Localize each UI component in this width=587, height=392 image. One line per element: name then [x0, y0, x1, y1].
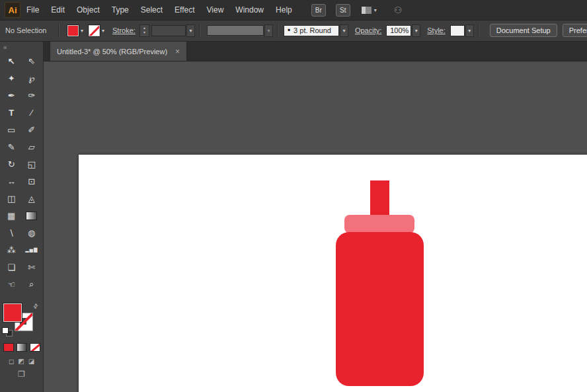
width-tool[interactable]: ↔ — [1, 173, 22, 190]
free-transform-tool[interactable]: ⊡ — [22, 173, 42, 190]
magic-wand-tool[interactable]: ✦ — [1, 69, 22, 87]
draw-behind-button[interactable]: ◩ — [18, 358, 24, 365]
default-fill-stroke-icon[interactable] — [2, 327, 13, 336]
paintbrush-tool[interactable]: ✐ — [22, 121, 42, 138]
style-label[interactable]: Style: — [427, 26, 446, 34]
fill-swatch[interactable] — [3, 303, 22, 322]
type-tool[interactable]: T — [1, 104, 22, 121]
bottle-neck-shape[interactable] — [370, 180, 389, 219]
hand-tool[interactable]: ☜ — [1, 276, 22, 293]
menu-view[interactable]: View — [201, 0, 230, 20]
workspace-switcher[interactable]: ▾ — [361, 6, 377, 15]
collapse-panel-icon[interactable]: « — [3, 44, 7, 51]
brush-preview-dot: • — [288, 26, 290, 35]
swap-fill-stroke-icon[interactable]: ⇄ — [32, 302, 40, 310]
document-tab-bar: Untitled-3* @ 50% (RGB/Preview) × — [43, 42, 587, 61]
sync-icon[interactable]: ⚇ — [394, 5, 403, 15]
fill-color-swatch[interactable] — [67, 25, 79, 36]
menu-type[interactable]: Type — [106, 0, 135, 20]
blend-tool[interactable]: ◍ — [22, 224, 42, 241]
menu-select[interactable]: Select — [135, 0, 169, 20]
workspace-icon — [361, 6, 372, 15]
symbol-sprayer-tool[interactable]: ⁂ — [1, 241, 22, 258]
curvature-tool[interactable]: ✑ — [22, 87, 42, 104]
bridge-button[interactable]: Br — [311, 4, 326, 17]
gradient-tool-icon — [26, 212, 37, 220]
appearance-buttons — [0, 343, 43, 352]
divider — [277, 23, 278, 38]
none-mode-button[interactable] — [30, 343, 40, 352]
canvas-area[interactable] — [43, 61, 587, 392]
color-mode-button[interactable] — [3, 343, 14, 352]
tab-title: Untitled-3* @ 50% (RGB/Preview) — [57, 48, 167, 56]
divider — [199, 23, 200, 38]
stepper-up-icon[interactable]: ▴ — [140, 26, 149, 30]
eyedropper-tool[interactable]: ∖ — [1, 224, 22, 241]
menu-bar: Ai File Edit Object Type Select Effect V… — [0, 0, 587, 20]
brush-chevron-icon[interactable]: ▾ — [340, 24, 348, 37]
menu-object[interactable]: Object — [71, 0, 106, 20]
stroke-weight-field[interactable] — [151, 25, 186, 36]
line-segment-tool[interactable]: ∕ — [22, 104, 42, 121]
pencil-tool[interactable]: ✎ — [1, 138, 22, 155]
menu-edit[interactable]: Edit — [45, 0, 71, 20]
menu-file[interactable]: File — [20, 0, 45, 20]
stroke-weight-stepper[interactable]: ▴ ▾ — [139, 24, 149, 37]
menu-effect[interactable]: Effect — [169, 0, 200, 20]
column-graph-tool[interactable]: ▂▅▇ — [22, 241, 42, 258]
style-swatch[interactable] — [450, 25, 465, 36]
menu-help[interactable]: Help — [270, 0, 298, 20]
preferences-button[interactable]: Preferences — [563, 24, 587, 37]
fill-chevron-icon[interactable]: ▾ — [81, 28, 83, 34]
tools-grid: ↖ ⇖ ✦ ℘ ✒ ✑ T ∕ ▭ ✐ ✎ ▱ ↻ ◱ ↔ ⊡ ◫ ◬ ▦ ∖ … — [0, 52, 43, 293]
document-setup-button[interactable]: Document Setup — [490, 24, 557, 37]
bottle-cap-shape[interactable] — [344, 215, 414, 233]
document-tab[interactable]: Untitled-3* @ 50% (RGB/Preview) × — [50, 42, 187, 61]
perspective-grid-tool[interactable]: ◬ — [22, 190, 42, 207]
tools-panel: « ↖ ⇖ ✦ ℘ ✒ ✑ T ∕ ▭ ✐ ✎ ▱ ↻ ◱ ↔ ⊡ ◫ ◬ ▦ … — [0, 42, 44, 392]
gradient-mode-button[interactable] — [17, 343, 27, 352]
pen-tool[interactable]: ✒ — [1, 87, 22, 104]
scale-tool[interactable]: ◱ — [22, 155, 42, 173]
gradient-tool[interactable] — [22, 207, 42, 224]
tools-panel-header: « — [0, 42, 43, 52]
opacity-label[interactable]: Opacity: — [355, 26, 381, 34]
slice-tool[interactable]: ✄ — [22, 258, 42, 276]
draw-normal-button[interactable]: ◻ — [9, 358, 14, 365]
opacity-chevron-icon[interactable]: ▾ — [412, 24, 420, 37]
artboard[interactable] — [79, 155, 587, 392]
fill-stroke-indicator: ⇄ — [0, 302, 43, 338]
brush-definition-dropdown[interactable]: • 3 pt. Round — [284, 25, 339, 36]
shape-builder-tool[interactable]: ◫ — [1, 190, 22, 207]
menu-window[interactable]: Window — [229, 0, 270, 20]
close-icon[interactable]: × — [175, 47, 180, 56]
zoom-tool[interactable]: ⌕ — [22, 276, 42, 293]
stock-button[interactable]: St — [336, 4, 350, 17]
stroke-color-swatch[interactable] — [89, 25, 100, 36]
none-slash-icon — [30, 343, 40, 352]
opacity-field[interactable]: 100% — [386, 25, 411, 36]
divider — [58, 23, 59, 38]
screen-mode-button[interactable]: ❐ — [18, 370, 25, 379]
width-profile-dropdown[interactable] — [207, 25, 264, 36]
app-logo: Ai — [5, 2, 20, 18]
draw-inside-button[interactable]: ◪ — [28, 358, 34, 365]
direct-selection-tool[interactable]: ⇖ — [22, 52, 42, 69]
stepper-down-icon[interactable]: ▾ — [140, 30, 149, 35]
rotate-tool[interactable]: ↻ — [1, 155, 22, 173]
screen-mode-row: ❐ — [0, 370, 43, 379]
selection-tool[interactable]: ↖ — [1, 52, 22, 69]
control-bar: No Selection ▾ ▾ Stroke: ▴ ▾ ▾ ▾ • 3 pt.… — [0, 20, 587, 42]
bottle-body-shape[interactable] — [336, 232, 424, 386]
eraser-tool[interactable]: ▱ — [22, 138, 42, 155]
lasso-tool[interactable]: ℘ — [22, 69, 42, 87]
rectangle-tool[interactable]: ▭ — [1, 121, 22, 138]
chevron-down-icon: ▾ — [374, 7, 377, 13]
stroke-label[interactable]: Stroke: — [112, 26, 136, 34]
style-chevron-icon[interactable]: ▾ — [465, 24, 474, 37]
mesh-tool[interactable]: ▦ — [1, 207, 22, 224]
none-slash-icon — [89, 25, 100, 36]
artboard-tool[interactable]: ❏ — [1, 258, 22, 276]
stroke-weight-chevron-icon[interactable]: ▾ — [186, 24, 195, 37]
stroke-chevron-icon[interactable]: ▾ — [102, 28, 104, 34]
